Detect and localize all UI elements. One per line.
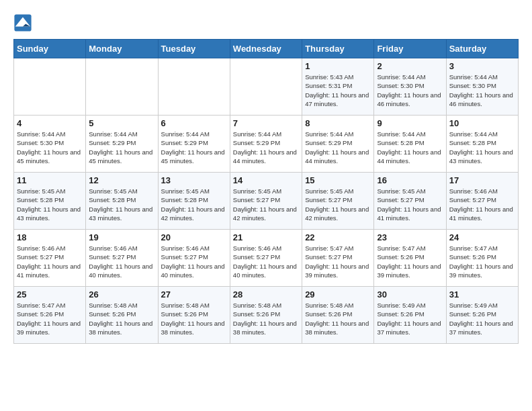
day-info: Sunrise: 5:46 AMSunset: 5:27 PMDaylight:… [233,244,299,279]
day-info: Sunrise: 5:47 AMSunset: 5:26 PMDaylight:… [377,244,443,279]
logo [13,13,35,32]
day-number: 24 [449,232,515,242]
day-info: Sunrise: 5:45 AMSunset: 5:28 PMDaylight:… [161,187,227,222]
day-number: 5 [89,118,154,128]
day-number: 8 [305,118,371,128]
calendar-cell: 20Sunrise: 5:46 AMSunset: 5:27 PMDayligh… [158,230,230,287]
day-info: Sunrise: 5:43 AMSunset: 5:31 PMDaylight:… [305,73,371,108]
day-info: Sunrise: 5:47 AMSunset: 5:26 PMDaylight:… [17,301,83,336]
calendar-cell: 7Sunrise: 5:44 AMSunset: 5:29 PMDaylight… [230,116,302,173]
day-number: 12 [89,175,154,185]
day-info: Sunrise: 5:45 AMSunset: 5:27 PMDaylight:… [377,187,443,222]
day-info: Sunrise: 5:46 AMSunset: 5:27 PMDaylight:… [17,244,83,279]
day-info: Sunrise: 5:44 AMSunset: 5:28 PMDaylight:… [449,130,515,165]
day-info: Sunrise: 5:44 AMSunset: 5:29 PMDaylight:… [233,130,299,165]
weekday-header-thursday: Thursday [302,40,374,58]
day-info: Sunrise: 5:48 AMSunset: 5:26 PMDaylight:… [89,301,154,336]
weekday-header-sunday: Sunday [14,40,86,58]
weekday-header-saturday: Saturday [446,40,518,58]
day-info: Sunrise: 5:48 AMSunset: 5:26 PMDaylight:… [233,301,299,336]
day-info: Sunrise: 5:45 AMSunset: 5:28 PMDaylight:… [89,187,154,222]
calendar-cell: 4Sunrise: 5:44 AMSunset: 5:30 PMDaylight… [14,116,86,173]
weekday-header-tuesday: Tuesday [158,40,230,58]
day-info: Sunrise: 5:45 AMSunset: 5:28 PMDaylight:… [17,187,83,222]
day-number: 19 [89,232,154,242]
day-info: Sunrise: 5:46 AMSunset: 5:27 PMDaylight:… [89,244,154,279]
day-number: 9 [377,118,443,128]
weekday-header-wednesday: Wednesday [230,40,302,58]
day-info: Sunrise: 5:44 AMSunset: 5:29 PMDaylight:… [89,130,154,165]
day-info: Sunrise: 5:46 AMSunset: 5:27 PMDaylight:… [449,187,515,222]
calendar-cell: 22Sunrise: 5:47 AMSunset: 5:27 PMDayligh… [302,230,374,287]
day-info: Sunrise: 5:47 AMSunset: 5:26 PMDaylight:… [449,244,515,279]
day-info: Sunrise: 5:47 AMSunset: 5:27 PMDaylight:… [305,244,371,279]
calendar-cell: 8Sunrise: 5:44 AMSunset: 5:29 PMDaylight… [302,116,374,173]
day-info: Sunrise: 5:46 AMSunset: 5:27 PMDaylight:… [161,244,227,279]
calendar-cell: 16Sunrise: 5:45 AMSunset: 5:27 PMDayligh… [374,173,446,230]
calendar-cell: 3Sunrise: 5:44 AMSunset: 5:30 PMDaylight… [446,58,518,116]
calendar-cell: 24Sunrise: 5:47 AMSunset: 5:26 PMDayligh… [446,230,518,287]
day-info: Sunrise: 5:44 AMSunset: 5:30 PMDaylight:… [377,73,443,108]
day-info: Sunrise: 5:44 AMSunset: 5:30 PMDaylight:… [17,130,83,165]
week-row-2: 4Sunrise: 5:44 AMSunset: 5:30 PMDaylight… [14,116,519,173]
day-info: Sunrise: 5:48 AMSunset: 5:26 PMDaylight:… [161,301,227,336]
calendar-cell: 14Sunrise: 5:45 AMSunset: 5:27 PMDayligh… [230,173,302,230]
day-info: Sunrise: 5:44 AMSunset: 5:29 PMDaylight:… [161,130,227,165]
calendar-cell: 30Sunrise: 5:49 AMSunset: 5:26 PMDayligh… [374,287,446,344]
calendar-cell: 6Sunrise: 5:44 AMSunset: 5:29 PMDaylight… [158,116,230,173]
calendar-cell: 17Sunrise: 5:46 AMSunset: 5:27 PMDayligh… [446,173,518,230]
week-row-5: 25Sunrise: 5:47 AMSunset: 5:26 PMDayligh… [14,287,519,344]
day-number: 28 [233,289,299,300]
day-number: 29 [305,289,371,300]
calendar-cell: 13Sunrise: 5:45 AMSunset: 5:28 PMDayligh… [158,173,230,230]
day-number: 7 [233,118,299,128]
logo-icon [13,13,32,32]
day-number: 13 [161,175,227,185]
week-row-1: 1Sunrise: 5:43 AMSunset: 5:31 PMDaylight… [14,58,519,116]
calendar-cell: 23Sunrise: 5:47 AMSunset: 5:26 PMDayligh… [374,230,446,287]
calendar-cell: 1Sunrise: 5:43 AMSunset: 5:31 PMDaylight… [302,58,374,116]
calendar-cell: 12Sunrise: 5:45 AMSunset: 5:28 PMDayligh… [86,173,158,230]
calendar-cell [86,58,158,116]
day-info: Sunrise: 5:45 AMSunset: 5:27 PMDaylight:… [305,187,371,222]
day-number: 25 [17,289,83,300]
calendar-cell: 18Sunrise: 5:46 AMSunset: 5:27 PMDayligh… [14,230,86,287]
day-number: 27 [161,289,227,300]
calendar-cell: 19Sunrise: 5:46 AMSunset: 5:27 PMDayligh… [86,230,158,287]
calendar-cell: 31Sunrise: 5:49 AMSunset: 5:26 PMDayligh… [446,287,518,344]
calendar-cell: 25Sunrise: 5:47 AMSunset: 5:26 PMDayligh… [14,287,86,344]
day-number: 30 [377,289,443,300]
calendar-cell: 9Sunrise: 5:44 AMSunset: 5:28 PMDaylight… [374,116,446,173]
day-number: 4 [17,118,83,128]
header-row: SundayMondayTuesdayWednesdayThursdayFrid… [14,40,519,58]
day-number: 21 [233,232,299,242]
day-info: Sunrise: 5:49 AMSunset: 5:26 PMDaylight:… [449,301,515,336]
day-number: 16 [377,175,443,185]
day-info: Sunrise: 5:44 AMSunset: 5:28 PMDaylight:… [377,130,443,165]
calendar-cell: 5Sunrise: 5:44 AMSunset: 5:29 PMDaylight… [86,116,158,173]
day-number: 18 [17,232,83,242]
day-number: 20 [161,232,227,242]
day-number: 26 [89,289,154,300]
day-number: 14 [233,175,299,185]
calendar-cell [230,58,302,116]
day-number: 1 [305,61,371,71]
week-row-3: 11Sunrise: 5:45 AMSunset: 5:28 PMDayligh… [14,173,519,230]
day-number: 6 [161,118,227,128]
day-number: 23 [377,232,443,242]
day-number: 31 [449,289,515,300]
day-number: 2 [377,61,443,71]
day-number: 10 [449,118,515,128]
page-header [13,13,519,32]
calendar-cell: 11Sunrise: 5:45 AMSunset: 5:28 PMDayligh… [14,173,86,230]
calendar-cell: 2Sunrise: 5:44 AMSunset: 5:30 PMDaylight… [374,58,446,116]
day-number: 17 [449,175,515,185]
day-number: 11 [17,175,83,185]
calendar-cell [158,58,230,116]
week-row-4: 18Sunrise: 5:46 AMSunset: 5:27 PMDayligh… [14,230,519,287]
calendar-cell: 26Sunrise: 5:48 AMSunset: 5:26 PMDayligh… [86,287,158,344]
day-info: Sunrise: 5:44 AMSunset: 5:29 PMDaylight:… [305,130,371,165]
day-number: 3 [449,61,515,71]
day-info: Sunrise: 5:48 AMSunset: 5:26 PMDaylight:… [305,301,371,336]
weekday-header-friday: Friday [374,40,446,58]
